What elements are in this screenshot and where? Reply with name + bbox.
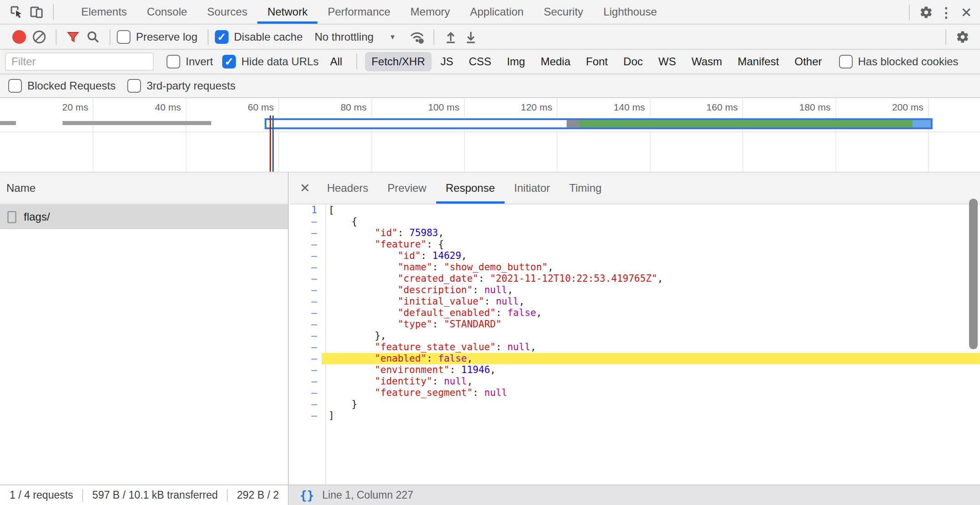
request-row[interactable]: flags/: [0, 205, 288, 229]
tab-security[interactable]: Security: [534, 0, 594, 24]
filter-type-js[interactable]: JS: [434, 52, 460, 71]
tab-sources[interactable]: Sources: [197, 0, 257, 24]
filter-type-ws[interactable]: WS: [652, 52, 683, 71]
line-content: "environment": 11946,: [322, 364, 980, 376]
tab-elements[interactable]: Elements: [71, 0, 137, 24]
line-number: –: [290, 296, 322, 307]
dcl-event-line: [270, 116, 271, 172]
request-bar-selected[interactable]: [265, 118, 933, 129]
filter-type-img[interactable]: Img: [500, 52, 532, 71]
response-scrollbar[interactable]: [969, 199, 978, 349]
record-network-log-button[interactable]: [9, 27, 29, 47]
preserve-log-checkbox[interactable]: [117, 30, 130, 44]
disable-cache-checkbox[interactable]: ✓: [215, 30, 229, 44]
filter-type-manifest[interactable]: Manifest: [731, 52, 786, 71]
filter-type-fetchxhr[interactable]: Fetch/XHR: [365, 52, 431, 71]
close-detail-icon[interactable]: ✕: [300, 181, 310, 195]
code-line: – "initial_value": null,: [290, 296, 980, 307]
line-content: "id": 14629,: [322, 250, 980, 262]
network-settings-gear-icon[interactable]: [953, 27, 973, 47]
response-status: {} Line 1, Column 227: [289, 485, 980, 505]
tab-console[interactable]: Console: [137, 0, 197, 24]
main-tab-bar: ElementsConsoleSourcesNetworkPerformance…: [0, 0, 980, 25]
settings-gear-icon[interactable]: [916, 2, 936, 22]
main-tabs: ElementsConsoleSourcesNetworkPerformance…: [71, 0, 667, 24]
device-toolbar-icon: [29, 5, 44, 19]
tab-memory[interactable]: Memory: [401, 0, 460, 24]
filter-input[interactable]: [5, 53, 154, 71]
request-bar-other[interactable]: [63, 121, 211, 125]
funnel-icon: [66, 30, 80, 44]
filter-type-font[interactable]: Font: [579, 52, 614, 71]
transferred-size: 597 B / 10.1 kB transferred: [92, 489, 218, 501]
invert-checkbox[interactable]: [167, 55, 180, 68]
tab-performance[interactable]: Performance: [318, 0, 400, 24]
tab-network[interactable]: Network: [257, 0, 318, 24]
network-overview-timeline[interactable]: 20 ms40 ms60 ms80 ms100 ms120 ms140 ms16…: [0, 98, 980, 173]
filter-type-doc[interactable]: Doc: [617, 52, 649, 71]
timeline-gridline: [928, 98, 929, 172]
search-button[interactable]: [83, 27, 103, 47]
detail-tab-preview[interactable]: Preview: [378, 173, 436, 204]
third-party-requests-checkbox[interactable]: [127, 79, 141, 93]
network-conditions-icon: [409, 30, 425, 44]
export-har-button[interactable]: [461, 27, 481, 47]
hide-data-urls-checkbox[interactable]: ✓: [222, 55, 236, 68]
import-har-button[interactable]: [441, 27, 461, 47]
code-line: – "feature": {: [290, 239, 980, 250]
format-json-icon[interactable]: {}: [300, 489, 314, 502]
timeline-tick-label: 60 ms: [248, 102, 278, 113]
kebab-menu-icon[interactable]: ⋮: [936, 2, 956, 22]
filter-toggle-button[interactable]: [63, 27, 83, 47]
filter-type-other[interactable]: Other: [788, 52, 828, 71]
line-content: "type": "STANDARD": [322, 319, 980, 330]
response-viewer[interactable]: 1[– {– "id": 75983,– "feature": {– "id":…: [290, 205, 980, 484]
request-bar-segment-stalled: [567, 120, 579, 127]
tab-application[interactable]: Application: [460, 0, 533, 24]
line-content: "id": 75983,: [322, 227, 980, 239]
name-column-header[interactable]: Name: [0, 173, 288, 205]
divider: [56, 29, 57, 45]
line-number: –: [290, 319, 322, 330]
line-number: –: [290, 376, 322, 387]
throttling-select[interactable]: No throttling ▼: [314, 31, 396, 43]
blocked-requests-checkbox[interactable]: [8, 79, 22, 93]
timeline-tick-label: 100 ms: [428, 102, 464, 113]
response-code: 1[– {– "id": 75983,– "feature": {– "id":…: [290, 205, 980, 421]
secondary-filter-bar: Blocked Requests 3rd-party requests: [0, 74, 980, 98]
code-line: – "id": 14629,: [290, 250, 980, 262]
chevron-down-icon: ▼: [389, 33, 396, 41]
divider: [208, 29, 209, 45]
upload-icon: [444, 30, 458, 44]
device-toolbar-icon[interactable]: [26, 2, 47, 22]
filter-type-all[interactable]: All: [323, 52, 349, 71]
filter-bar: Invert ✓ Hide data URLs AllFetch/XHRJSCS…: [0, 50, 980, 74]
record-icon: [12, 30, 26, 44]
has-blocked-cookies-checkbox[interactable]: [839, 55, 853, 68]
network-conditions-button[interactable]: [407, 27, 427, 47]
detail-tab-initiator[interactable]: Initiator: [505, 173, 560, 204]
clear-icon: [33, 31, 46, 43]
tab-lighthouse[interactable]: Lighthouse: [593, 0, 667, 24]
inspect-element-icon[interactable]: [6, 2, 26, 22]
timeline-gridline: [650, 98, 651, 172]
line-content: },: [322, 330, 980, 342]
filter-type-wasm[interactable]: Wasm: [685, 52, 729, 71]
line-number: –: [290, 262, 322, 273]
code-line: – "feature_state_value": null,: [290, 342, 980, 353]
close-devtools-icon[interactable]: ✕: [956, 2, 976, 22]
line-number: –: [290, 227, 322, 239]
cursor-position: Line 1, Column 227: [322, 489, 413, 501]
request-bar-other[interactable]: [0, 121, 16, 125]
code-line: – "environment": 11946,: [290, 364, 980, 376]
network-settings-area: [939, 25, 973, 49]
filter-type-media[interactable]: Media: [534, 52, 577, 71]
line-content: "name": "show_demo_button",: [322, 262, 980, 273]
detail-tab-timing[interactable]: Timing: [559, 173, 611, 204]
detail-tab-headers[interactable]: Headers: [318, 173, 378, 204]
third-party-requests-label: 3rd-party requests: [146, 79, 235, 92]
clear-network-log-button[interactable]: [29, 27, 49, 47]
filter-type-css[interactable]: CSS: [463, 52, 498, 71]
detail-tab-response[interactable]: Response: [436, 173, 505, 204]
code-line: – "name": "show_demo_button",: [290, 262, 980, 273]
